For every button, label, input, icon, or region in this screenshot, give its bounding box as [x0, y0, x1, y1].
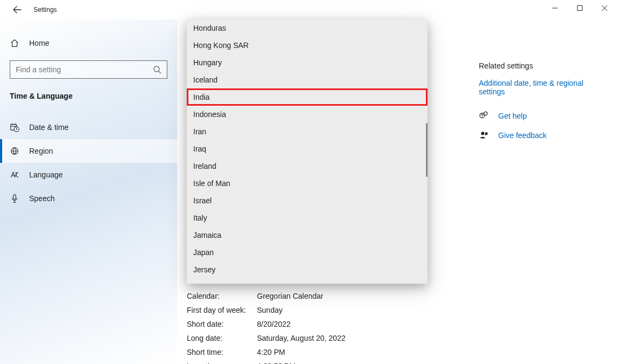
close-icon [602, 5, 607, 11]
scrollbar-thumb[interactable] [426, 123, 428, 177]
dropdown-item[interactable]: Jersey [187, 261, 428, 278]
region-format-table: Calendar:Gregorian Calendar First day of… [187, 289, 469, 364]
sidebar-item-label: Region [29, 147, 53, 155]
dropdown-item[interactable]: Hungary [187, 54, 428, 71]
dropdown-item[interactable]: Isle of Man [187, 175, 428, 192]
format-value: Saturday, August 20, 2022 [257, 334, 345, 342]
feedback-icon [479, 131, 489, 140]
format-label: Calendar: [187, 292, 257, 300]
dropdown-item[interactable]: Iceland [187, 71, 428, 88]
format-row: Calendar:Gregorian Calendar [187, 289, 469, 303]
format-label: Long date: [187, 334, 257, 342]
home-nav[interactable]: Home [0, 31, 177, 55]
search-input[interactable] [16, 65, 153, 74]
format-value: Sunday [257, 306, 282, 314]
minimize-button[interactable] [543, 0, 567, 16]
home-label: Home [29, 39, 49, 47]
format-label: Short date: [187, 320, 257, 328]
sidebar-item-label: Language [29, 170, 63, 179]
back-button[interactable] [11, 3, 24, 16]
minimize-icon [552, 5, 558, 11]
sidebar-item-speech[interactable]: Speech [0, 187, 177, 210]
format-label: Short time: [187, 348, 257, 356]
dropdown-item[interactable]: Italy [187, 209, 428, 226]
dropdown-item[interactable]: Jamaica [187, 226, 428, 244]
right-column: Related settings Additional date, time &… [479, 19, 617, 364]
get-help-row[interactable]: Get help [479, 111, 604, 121]
microphone-icon [10, 194, 19, 203]
sidebar-item-language[interactable]: Language [0, 163, 177, 187]
back-arrow-icon [13, 5, 22, 14]
format-label: Long time: [187, 362, 257, 364]
svg-rect-5 [13, 195, 16, 200]
sidebar-item-region[interactable]: Region [0, 139, 177, 163]
format-row: Short date:8/20/2022 [187, 317, 469, 331]
sidebar-item-date-time[interactable]: Date & time [0, 115, 177, 139]
format-row: Long date:Saturday, August 20, 2022 [187, 331, 469, 345]
format-value: 4:20 PM [257, 348, 285, 356]
sidebar-item-label: Date & time [29, 123, 69, 132]
format-value: 4:20:56 PM [257, 362, 296, 364]
dropdown-item[interactable]: Hong Kong SAR [187, 37, 428, 54]
dropdown-item[interactable]: Israel [187, 192, 428, 209]
related-settings-title: Related settings [479, 61, 604, 70]
sidebar: Home Time & Language Date & time Region … [0, 19, 177, 364]
dropdown-item[interactable]: Iran [187, 123, 428, 140]
window-title: Settings [33, 6, 57, 13]
svg-point-8 [482, 132, 484, 135]
svg-point-7 [484, 112, 487, 115]
language-icon [10, 170, 19, 180]
format-row: First day of week:Sunday [187, 303, 469, 317]
get-help-link[interactable]: Get help [498, 112, 527, 120]
search-icon [153, 65, 161, 74]
dropdown-item[interactable]: Indonesia [187, 106, 428, 123]
format-row: Long time:4:20:56 PM [187, 359, 469, 364]
format-value: 8/20/2022 [257, 320, 290, 328]
format-value: Gregorian Calendar [257, 292, 323, 300]
svg-rect-0 [578, 6, 582, 11]
globe-icon [10, 146, 19, 156]
search-box[interactable] [10, 60, 167, 79]
dropdown-item[interactable]: Ireland [187, 157, 428, 175]
title-bar: Settings [0, 0, 617, 19]
give-feedback-link[interactable]: Give feedback [498, 131, 547, 140]
give-feedback-row[interactable]: Give feedback [479, 131, 604, 140]
dropdown-item[interactable]: Iraq [187, 140, 428, 157]
related-link-additional[interactable]: Additional date, time & regional setting… [479, 79, 604, 96]
region-dropdown-list[interactable]: HondurasHong Kong SARHungaryIcelandIndia… [187, 19, 428, 284]
dropdown-item[interactable]: Japan [187, 244, 428, 261]
help-icon [479, 111, 489, 121]
maximize-icon [577, 5, 582, 11]
window-controls [543, 0, 617, 16]
home-icon [10, 38, 19, 48]
dropdown-item[interactable]: Honduras [187, 19, 428, 37]
svg-point-1 [154, 66, 159, 72]
calendar-clock-icon [10, 122, 19, 132]
format-row: Short time:4:20 PM [187, 345, 469, 359]
section-title: Time & Language [0, 92, 177, 100]
dropdown-item[interactable]: India [187, 88, 428, 106]
format-label: First day of week: [187, 306, 257, 314]
maximize-button[interactable] [567, 0, 592, 16]
close-button[interactable] [592, 0, 617, 16]
sidebar-item-label: Speech [29, 194, 55, 203]
